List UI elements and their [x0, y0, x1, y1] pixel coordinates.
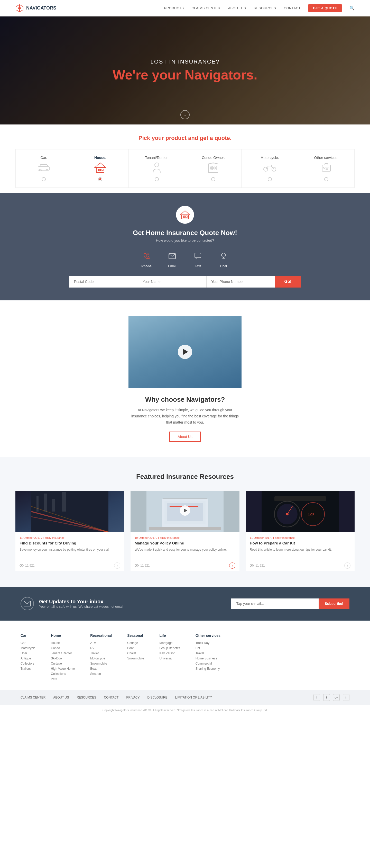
footer-link[interactable]: Condo — [51, 646, 75, 650]
footer-link[interactable]: Chalet — [127, 651, 144, 655]
nav-contact[interactable]: CONTACT — [284, 6, 301, 10]
hero-title-text: We're your Navigators — [112, 67, 254, 82]
footer-link[interactable]: Boat — [127, 646, 144, 650]
social-linkedin[interactable]: in — [343, 694, 349, 701]
product-house[interactable]: House. — [72, 149, 129, 187]
footer-link[interactable]: RV — [90, 646, 112, 650]
footer-link[interactable]: Collectors — [21, 662, 35, 665]
product-tenant[interactable]: Tenant/Renter. — [129, 149, 185, 187]
name-input[interactable] — [138, 276, 207, 287]
nav-about[interactable]: ABOUT US — [228, 6, 246, 10]
nav-products[interactable]: PRODUCTS — [164, 6, 184, 10]
newsletter-subscribe-button[interactable]: Subscribe! — [318, 598, 349, 609]
resource-text-1: We've made it quick and easy for you to … — [135, 547, 235, 552]
footer-link[interactable]: Tenant / Renter — [51, 651, 75, 655]
footer-link[interactable]: Pets — [51, 677, 75, 681]
footer-bottom-link-privacy[interactable]: PRIVACY — [126, 696, 140, 699]
footer-link[interactable]: Car — [21, 641, 35, 645]
product-tenant-radio[interactable] — [155, 177, 159, 181]
resource-body-0: 11 October 2017 / Family Insurance Find … — [15, 532, 124, 559]
product-other[interactable]: Other services. — [298, 149, 354, 187]
footer-link[interactable]: Antique — [21, 657, 35, 660]
scroll-down-button[interactable]: ↓ — [180, 110, 190, 119]
footer-link[interactable]: Motorcycle — [90, 657, 112, 660]
footer-link[interactable]: Truck Day — [196, 641, 221, 645]
product-tenant-label: Tenant/Renter. — [145, 156, 169, 160]
footer-link[interactable]: High Value Home — [51, 667, 75, 671]
footer-link[interactable]: Seadoo — [90, 672, 112, 676]
footer-link[interactable]: Sharing Economy — [196, 667, 221, 671]
resource-arrow-1[interactable]: 〉 — [229, 562, 235, 569]
newsletter-email-input[interactable] — [231, 598, 318, 609]
product-other-radio[interactable] — [324, 177, 328, 181]
product-condo[interactable]: Condo Owner. — [185, 149, 242, 187]
footer-link[interactable]: Uber — [21, 651, 35, 655]
footer-link[interactable]: Trailer — [90, 651, 112, 655]
footer-link[interactable]: Boat — [90, 667, 112, 671]
footer-link[interactable]: Curtage — [51, 662, 75, 665]
contact-method-phone[interactable]: Phone — [140, 250, 153, 268]
product-car[interactable]: Car. — [16, 149, 72, 187]
product-house-radio[interactable] — [98, 177, 102, 181]
footer-link[interactable]: Group Benefits — [160, 646, 180, 650]
footer-link[interactable]: Travel — [196, 651, 221, 655]
get-quote-nav-button[interactable]: GET A QUOTE — [308, 4, 342, 12]
footer-link[interactable]: Mortgage — [160, 641, 180, 645]
footer-link[interactable]: ATV — [90, 641, 112, 645]
footer-bottom: CLAIMS CENTER ABOUT US RESOURCES CONTACT… — [0, 690, 370, 705]
footer-bottom-link-disclosure[interactable]: DISCLOSURE — [147, 696, 167, 699]
footer-link[interactable]: Pet — [196, 646, 221, 650]
footer-col-other: Other services Truck Day Pet Travel Home… — [196, 633, 221, 682]
contact-method-chat[interactable]: Chat — [217, 250, 230, 268]
search-icon[interactable]: 🔍 — [349, 6, 355, 10]
footer-bottom-link-liability[interactable]: LIMITATION OF LIABILITY — [175, 696, 212, 699]
quote-submit-button[interactable]: Go! — [275, 276, 301, 287]
footer-link[interactable]: Cottage — [127, 641, 144, 645]
nav-resources[interactable]: RESOURCES — [254, 6, 276, 10]
footer-link[interactable]: Snowmobile — [90, 662, 112, 665]
svg-rect-40 — [31, 491, 108, 532]
card-play-button[interactable] — [180, 505, 190, 516]
svg-rect-68 — [274, 496, 326, 501]
nav-claims[interactable]: CLAIMS CENTER — [192, 6, 220, 10]
footer-link[interactable]: Universal — [160, 657, 180, 660]
product-motorcycle-radio[interactable] — [268, 177, 272, 181]
newsletter-icon — [21, 597, 34, 610]
footer-link[interactable]: Ski-Doo — [51, 657, 75, 660]
chat-icon — [217, 250, 230, 262]
social-google[interactable]: g+ — [333, 694, 340, 701]
social-facebook[interactable]: f — [313, 694, 320, 701]
newsletter-title: Get Updates to Your inbox — [39, 599, 123, 604]
car-dashboard-image: 120 — [246, 491, 355, 532]
footer-link[interactable]: Collections — [51, 672, 75, 676]
footer-link[interactable]: Trailers — [21, 667, 35, 671]
footer-links: Car Car Motorcycle Uber Antique Collecto… — [0, 621, 370, 690]
postal-code-input[interactable] — [69, 276, 138, 287]
footer-bottom-link-about[interactable]: ABOUT US — [53, 696, 69, 699]
video-play-button[interactable] — [178, 345, 192, 359]
product-car-radio[interactable] — [42, 177, 46, 181]
social-twitter[interactable]: t — [323, 694, 330, 701]
about-us-button[interactable]: About Us — [169, 432, 201, 442]
footer-link[interactable]: Commercial — [196, 662, 221, 665]
product-motorcycle[interactable]: Motorcycle. — [241, 149, 298, 187]
resource-arrow-2[interactable]: 〉 — [344, 562, 350, 569]
logo[interactable]: NAVIGATORS — [15, 4, 56, 12]
footer-link[interactable]: Motorcycle — [21, 646, 35, 650]
email-method-label: Email — [168, 264, 176, 268]
contact-method-text[interactable]: Text — [192, 250, 204, 268]
footer-link[interactable]: Snowmobile — [127, 657, 144, 660]
phone-input[interactable] — [207, 276, 275, 287]
contact-method-email[interactable]: Email — [166, 250, 178, 268]
footer-link[interactable]: Key Person — [160, 651, 180, 655]
footer-bottom-link-contact[interactable]: CONTACT — [104, 696, 119, 699]
footer-bottom-link-resources[interactable]: RESOURCES — [76, 696, 96, 699]
footer-link[interactable]: Home Business — [196, 657, 221, 660]
video-player[interactable] — [129, 316, 241, 388]
resource-arrow-0[interactable]: 〉 — [114, 562, 120, 569]
resource-views-0: 11 921 — [20, 564, 35, 567]
product-condo-radio[interactable] — [211, 177, 215, 181]
footer-link[interactable]: House — [51, 641, 75, 645]
svg-marker-7 — [95, 163, 106, 167]
footer-bottom-link-claims[interactable]: CLAIMS CENTER — [21, 696, 45, 699]
